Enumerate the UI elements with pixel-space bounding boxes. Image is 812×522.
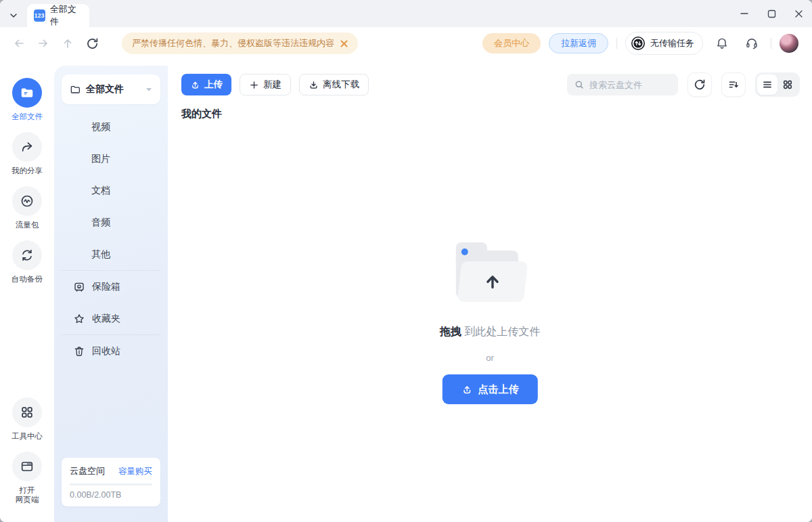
- sidebar-item-audio[interactable]: 音频: [54, 206, 168, 238]
- sidebar-item-others[interactable]: 其他: [54, 238, 168, 270]
- close-button[interactable]: [785, 0, 812, 27]
- new-button-label: 新建: [263, 79, 281, 91]
- sidebar-panel: 全部文件 视频 图片 文档 音频 其他 保险箱 收藏夹 回收站: [54, 66, 168, 522]
- sidebar-item-videos[interactable]: 视频: [54, 111, 168, 143]
- plus-icon: [249, 80, 259, 90]
- rail-item-label: 流量包: [16, 220, 39, 230]
- sidebar-item-label: 回收站: [92, 345, 120, 357]
- sidebar-item-safe-box[interactable]: 保险箱: [54, 271, 168, 303]
- rail-item-tool-center[interactable]: 工具中心: [12, 397, 43, 441]
- referral-button[interactable]: 拉新返佣: [549, 33, 608, 53]
- rail-item-open-web[interactable]: 打开网页端: [12, 452, 42, 504]
- new-button[interactable]: 新建: [240, 74, 291, 95]
- folder-outline-icon: [70, 84, 81, 95]
- list-view-button[interactable]: [757, 74, 777, 95]
- content-policy-notice: 严禁传播任何色情、暴力、侵权盗版等违法违规内容: [122, 32, 358, 54]
- traffic-icon: [12, 186, 42, 216]
- toolbar-divider: [771, 38, 771, 49]
- safe-icon: [73, 281, 85, 293]
- sidebar-item-recycle-bin[interactable]: 回收站: [54, 335, 168, 367]
- rail-item-all-files[interactable]: 全部文件: [12, 78, 43, 121]
- rail-item-label: 工具中心: [12, 431, 43, 441]
- transfer-tasks-button[interactable]: 无传输任务: [625, 32, 703, 55]
- up-button[interactable]: [55, 31, 80, 56]
- maximize-button[interactable]: [758, 0, 785, 27]
- offline-download-button[interactable]: 离线下载: [299, 74, 369, 95]
- tools-grid-icon: [12, 397, 42, 427]
- sidebar-item-images[interactable]: 图片: [54, 143, 168, 175]
- back-button[interactable]: [7, 31, 31, 56]
- trash-icon: [73, 345, 85, 357]
- minimize-button[interactable]: [731, 0, 758, 27]
- search-icon: [574, 79, 585, 90]
- buy-capacity-link[interactable]: 容量购买: [118, 466, 152, 477]
- file-actions-toolbar: 上传 新建 离线下载: [181, 72, 800, 97]
- chevron-down-icon: [8, 10, 19, 21]
- tab-title: 全部文件: [50, 3, 83, 28]
- rail-item-traffic-package[interactable]: 流量包: [12, 186, 42, 230]
- transfer-icon: [631, 36, 646, 51]
- notifications-button[interactable]: [711, 32, 733, 54]
- storage-title: 云盘空间: [70, 465, 105, 477]
- rail-item-label: 打开网页端: [16, 485, 39, 504]
- notice-close-icon[interactable]: [340, 40, 348, 47]
- sidebar-item-label: 保险箱: [92, 281, 120, 293]
- rail-item-label: 全部文件: [12, 112, 43, 121]
- sidebar-root-label: 全部文件: [86, 83, 124, 95]
- empty-state: 拖拽 到此处上传文件 or 点击上传: [440, 241, 540, 404]
- member-center-button[interactable]: 会员中心: [482, 33, 541, 53]
- tab-list-chevron-button[interactable]: [0, 4, 27, 27]
- main-content: 上传 新建 离线下载: [168, 60, 812, 522]
- support-button[interactable]: [741, 32, 763, 54]
- click-upload-button[interactable]: 点击上传: [442, 374, 537, 404]
- refresh-list-button[interactable]: [687, 72, 712, 97]
- storage-card: 云盘空间 容量购买 0.00B/2.00TB: [62, 458, 160, 506]
- arrow-up-icon: [61, 37, 74, 50]
- upload-button-label: 上传: [204, 79, 223, 91]
- browser-icon: [12, 452, 42, 481]
- folder-icon: [12, 78, 42, 108]
- search-box[interactable]: [567, 74, 678, 95]
- list-view-icon: [762, 79, 773, 90]
- sort-button[interactable]: [721, 72, 746, 97]
- drag-hint-text: 拖拽 到此处上传文件: [440, 325, 540, 339]
- upload-icon: [461, 384, 472, 395]
- tab-all-files[interactable]: 123 全部文件: [27, 4, 89, 27]
- headset-icon: [745, 37, 759, 50]
- icon-rail: 全部文件 我的分享 流量包 自动备份: [0, 60, 54, 522]
- share-icon: [12, 132, 42, 162]
- sidebar-item-favorites[interactable]: 收藏夹: [54, 303, 168, 334]
- rail-item-auto-backup[interactable]: 自动备份: [12, 240, 43, 284]
- rail-item-label: 自动备份: [12, 274, 43, 284]
- close-icon: [794, 9, 803, 18]
- or-text: or: [486, 353, 494, 363]
- grid-view-icon: [782, 79, 793, 90]
- app-logo-icon: 123: [34, 9, 45, 22]
- titlebar: 123 全部文件: [0, 0, 812, 27]
- storage-usage-text: 0.00B/2.00TB: [70, 490, 152, 500]
- app-window: 123 全部文件 严禁传播任何色情、暴力: [0, 0, 812, 522]
- star-icon: [73, 313, 85, 325]
- refresh-icon: [86, 37, 99, 50]
- search-input[interactable]: [589, 80, 667, 90]
- storage-progress-bar: [70, 483, 152, 485]
- refresh-icon: [694, 79, 706, 91]
- view-toggle: [755, 72, 800, 97]
- forward-button[interactable]: [31, 31, 55, 56]
- caret-down-icon: [145, 87, 152, 92]
- upload-icon: [190, 80, 200, 90]
- grid-view-button[interactable]: [777, 74, 798, 95]
- sidebar-item-documents[interactable]: 文档: [54, 175, 168, 206]
- rail-item-my-shares[interactable]: 我的分享: [12, 132, 43, 175]
- breadcrumb: 我的文件: [181, 108, 222, 121]
- user-avatar[interactable]: [780, 34, 798, 53]
- arrow-left-icon: [12, 37, 26, 50]
- upload-button[interactable]: 上传: [181, 74, 231, 95]
- refresh-button[interactable]: [80, 31, 104, 56]
- sidebar-item-label: 收藏夹: [92, 313, 120, 325]
- toolbar-divider: [616, 38, 617, 49]
- transfer-status-label: 无传输任务: [650, 37, 694, 49]
- navigation-toolbar: 严禁传播任何色情、暴力、侵权盗版等违法违规内容 会员中心 拉新返佣 无传输任务: [0, 27, 812, 60]
- app-body: 全部文件 我的分享 流量包 自动备份: [0, 60, 812, 522]
- sidebar-root-selector[interactable]: 全部文件: [62, 74, 160, 104]
